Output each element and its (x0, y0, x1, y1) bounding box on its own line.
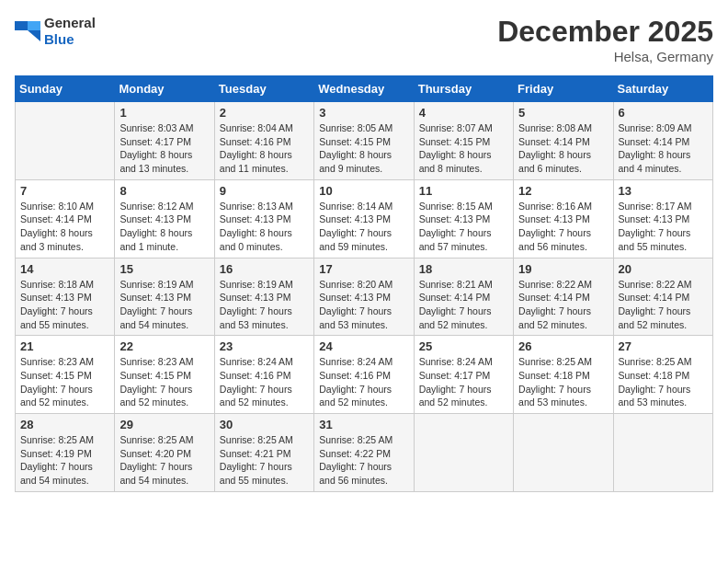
day-number: 3 (319, 106, 408, 120)
day-cell: 17 Sunrise: 8:20 AMSunset: 4:13 PMDaylig… (314, 258, 414, 336)
day-number: 6 (619, 106, 708, 120)
day-number: 19 (518, 262, 608, 276)
day-info: Sunrise: 8:21 AMSunset: 4:14 PMDaylight:… (419, 278, 508, 332)
day-number: 18 (419, 262, 508, 276)
title-area: December 2025 Helsa, Germany (497, 15, 713, 64)
day-info: Sunrise: 8:19 AMSunset: 4:13 PMDaylight:… (220, 278, 309, 332)
day-info: Sunrise: 8:10 AMSunset: 4:14 PMDaylight:… (20, 200, 109, 254)
day-cell: 15 Sunrise: 8:19 AMSunset: 4:13 PMDaylig… (115, 258, 214, 336)
day-info: Sunrise: 8:23 AMSunset: 4:15 PMDaylight:… (119, 355, 209, 409)
day-info: Sunrise: 8:14 AMSunset: 4:13 PMDaylight:… (319, 200, 408, 254)
col-monday: Monday (115, 76, 214, 102)
day-info: Sunrise: 8:22 AMSunset: 4:14 PMDaylight:… (518, 278, 608, 332)
day-cell: 27 Sunrise: 8:25 AMSunset: 4:18 PMDaylig… (613, 336, 712, 414)
day-cell (16, 102, 115, 180)
day-cell: 9 Sunrise: 8:13 AMSunset: 4:13 PMDayligh… (214, 179, 313, 258)
day-cell: 3 Sunrise: 8:05 AMSunset: 4:15 PMDayligh… (314, 102, 414, 180)
col-wednesday: Wednesday (314, 76, 414, 102)
day-cell: 29 Sunrise: 8:25 AMSunset: 4:20 PMDaylig… (115, 414, 214, 492)
day-cell: 23 Sunrise: 8:24 AMSunset: 4:16 PMDaylig… (214, 336, 313, 414)
col-tuesday: Tuesday (214, 76, 313, 102)
day-number: 22 (119, 339, 209, 353)
day-info: Sunrise: 8:05 AMSunset: 4:15 PMDaylight:… (319, 121, 408, 176)
week-row-4: 28 Sunrise: 8:25 AMSunset: 4:19 PMDaylig… (16, 414, 713, 492)
logo-text: General Blue (44, 15, 96, 48)
col-saturday: Saturday (613, 76, 712, 102)
day-number: 17 (319, 262, 408, 276)
day-number: 13 (619, 184, 708, 198)
day-cell: 30 Sunrise: 8:25 AMSunset: 4:21 PMDaylig… (214, 414, 313, 492)
location: Helsa, Germany (497, 49, 713, 64)
page-header: General Blue December 2025 Helsa, German… (15, 15, 713, 64)
day-number: 8 (119, 184, 209, 198)
svg-rect-0 (15, 21, 28, 30)
day-number: 11 (419, 184, 508, 198)
day-number: 23 (220, 339, 309, 353)
day-number: 10 (319, 184, 408, 198)
day-info: Sunrise: 8:23 AMSunset: 4:15 PMDaylight:… (20, 355, 109, 409)
day-cell: 4 Sunrise: 8:07 AMSunset: 4:15 PMDayligh… (414, 102, 513, 180)
day-number: 16 (220, 262, 309, 276)
day-number: 27 (619, 339, 708, 353)
day-info: Sunrise: 8:13 AMSunset: 4:13 PMDaylight:… (220, 200, 309, 254)
day-number: 20 (619, 262, 708, 276)
day-info: Sunrise: 8:16 AMSunset: 4:13 PMDaylight:… (518, 200, 608, 254)
day-cell: 12 Sunrise: 8:16 AMSunset: 4:13 PMDaylig… (514, 179, 613, 258)
day-info: Sunrise: 8:19 AMSunset: 4:13 PMDaylight:… (119, 278, 209, 332)
day-number: 31 (319, 418, 408, 431)
day-number: 7 (20, 184, 109, 198)
day-info: Sunrise: 8:24 AMSunset: 4:16 PMDaylight:… (319, 355, 408, 409)
day-cell: 10 Sunrise: 8:14 AMSunset: 4:13 PMDaylig… (314, 179, 414, 258)
calendar-header-row: Sunday Monday Tuesday Wednesday Thursday… (16, 76, 713, 102)
day-cell (613, 414, 712, 492)
day-number: 30 (220, 418, 309, 431)
day-cell: 18 Sunrise: 8:21 AMSunset: 4:14 PMDaylig… (414, 258, 513, 336)
day-info: Sunrise: 8:24 AMSunset: 4:17 PMDaylight:… (419, 355, 508, 409)
day-cell: 28 Sunrise: 8:25 AMSunset: 4:19 PMDaylig… (16, 414, 115, 492)
day-info: Sunrise: 8:25 AMSunset: 4:18 PMDaylight:… (518, 355, 608, 409)
day-number: 25 (419, 339, 508, 353)
week-row-3: 21 Sunrise: 8:23 AMSunset: 4:15 PMDaylig… (16, 336, 713, 414)
week-row-1: 7 Sunrise: 8:10 AMSunset: 4:14 PMDayligh… (16, 179, 713, 258)
day-cell: 13 Sunrise: 8:17 AMSunset: 4:13 PMDaylig… (613, 179, 712, 258)
day-cell: 31 Sunrise: 8:25 AMSunset: 4:22 PMDaylig… (314, 414, 414, 492)
day-number: 21 (20, 339, 109, 353)
day-number: 4 (419, 106, 508, 120)
day-cell: 14 Sunrise: 8:18 AMSunset: 4:13 PMDaylig… (16, 258, 115, 336)
day-info: Sunrise: 8:12 AMSunset: 4:13 PMDaylight:… (119, 200, 209, 254)
svg-rect-1 (28, 21, 40, 30)
logo: General Blue (15, 15, 96, 48)
day-cell: 5 Sunrise: 8:08 AMSunset: 4:14 PMDayligh… (514, 102, 613, 180)
day-info: Sunrise: 8:25 AMSunset: 4:19 PMDaylight:… (20, 433, 109, 488)
day-info: Sunrise: 8:22 AMSunset: 4:14 PMDaylight:… (619, 278, 708, 332)
month-title: December 2025 (497, 15, 713, 49)
day-info: Sunrise: 8:17 AMSunset: 4:13 PMDaylight:… (619, 200, 708, 254)
col-sunday: Sunday (16, 76, 115, 102)
day-cell: 21 Sunrise: 8:23 AMSunset: 4:15 PMDaylig… (16, 336, 115, 414)
week-row-0: 1 Sunrise: 8:03 AMSunset: 4:17 PMDayligh… (16, 102, 713, 180)
day-number: 12 (518, 184, 608, 198)
day-number: 9 (220, 184, 309, 198)
day-cell (514, 414, 613, 492)
day-cell: 2 Sunrise: 8:04 AMSunset: 4:16 PMDayligh… (214, 102, 313, 180)
calendar-table: Sunday Monday Tuesday Wednesday Thursday… (15, 75, 713, 492)
day-info: Sunrise: 8:04 AMSunset: 4:16 PMDaylight:… (220, 121, 309, 176)
day-info: Sunrise: 8:25 AMSunset: 4:22 PMDaylight:… (319, 433, 408, 488)
svg-marker-2 (28, 30, 40, 41)
day-cell: 24 Sunrise: 8:24 AMSunset: 4:16 PMDaylig… (314, 336, 414, 414)
day-number: 24 (319, 339, 408, 353)
day-number: 15 (119, 262, 209, 276)
day-cell: 19 Sunrise: 8:22 AMSunset: 4:14 PMDaylig… (514, 258, 613, 336)
day-cell: 8 Sunrise: 8:12 AMSunset: 4:13 PMDayligh… (115, 179, 214, 258)
day-number: 29 (119, 418, 209, 431)
day-info: Sunrise: 8:18 AMSunset: 4:13 PMDaylight:… (20, 278, 109, 332)
day-cell: 25 Sunrise: 8:24 AMSunset: 4:17 PMDaylig… (414, 336, 513, 414)
day-info: Sunrise: 8:20 AMSunset: 4:13 PMDaylight:… (319, 278, 408, 332)
day-cell: 6 Sunrise: 8:09 AMSunset: 4:14 PMDayligh… (613, 102, 712, 180)
day-cell: 20 Sunrise: 8:22 AMSunset: 4:14 PMDaylig… (613, 258, 712, 336)
day-cell: 22 Sunrise: 8:23 AMSunset: 4:15 PMDaylig… (115, 336, 214, 414)
day-cell: 1 Sunrise: 8:03 AMSunset: 4:17 PMDayligh… (115, 102, 214, 180)
day-cell (414, 414, 513, 492)
day-number: 2 (220, 106, 309, 120)
day-cell: 16 Sunrise: 8:19 AMSunset: 4:13 PMDaylig… (214, 258, 313, 336)
